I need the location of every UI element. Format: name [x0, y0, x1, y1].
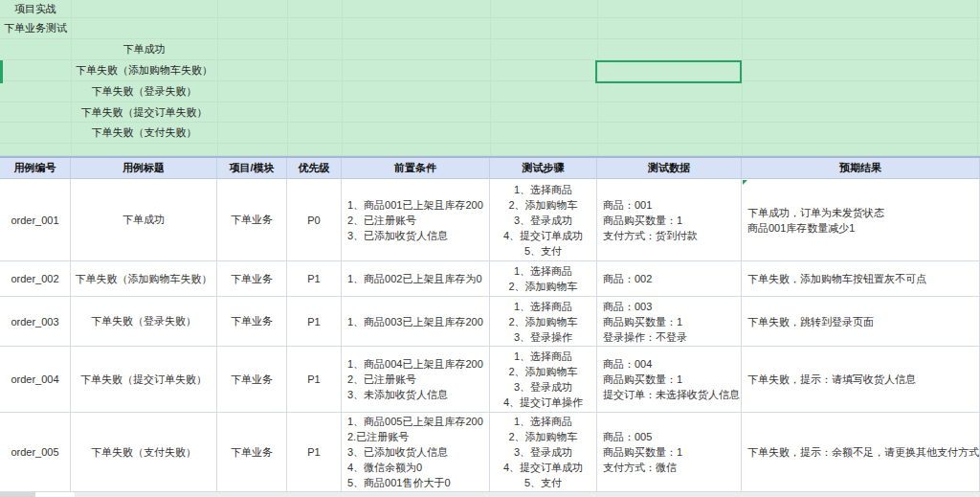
- gridline: [342, 0, 343, 156]
- header-case-id[interactable]: 用例编号: [0, 158, 71, 179]
- selected-row-indicator: [0, 60, 3, 83]
- cell-preconditions[interactable]: 1、商品005已上架且库存200 2.已注册账号 3、已添加收货人信息 4、微信…: [342, 413, 490, 492]
- cell-case-id[interactable]: order_002: [0, 261, 71, 297]
- header-module[interactable]: 项目/模块: [217, 158, 287, 179]
- gridline: [742, 0, 743, 156]
- table-row: order_004 下单失败（提交订单失败） 下单业务 P1 1、商品004已上…: [0, 347, 980, 413]
- gridline: [217, 0, 218, 156]
- gridline: [977, 0, 978, 156]
- outline-label: 下单失败（添加购物车失败）: [71, 63, 217, 78]
- cell-priority[interactable]: P1: [287, 261, 342, 297]
- cell-expected[interactable]: 下单失败，跳转到登录页面: [742, 297, 980, 347]
- testcase-table: 用例编号 用例标题 项目/模块 优先级 前置条件 测试步骤 测试数据 预期结果 …: [0, 156, 980, 492]
- cell-test-data[interactable]: 商品：005 商品购买数量：1 支付方式：微信: [597, 413, 742, 492]
- cell-module[interactable]: 下单业务: [217, 347, 287, 413]
- gridline: [490, 0, 491, 156]
- cell-case-title[interactable]: 下单失败（提交订单失败）: [71, 347, 217, 413]
- outline-label: 下单失败（支付失败）: [71, 125, 217, 140]
- gridline: [71, 0, 72, 156]
- outline-label: 下单失败（登录失败）: [71, 84, 217, 99]
- scrollbar-track-segment[interactable]: [0, 492, 35, 497]
- table-row: order_003 下单失败（登录失败） 下单业务 P1 1、商品003已上架且…: [0, 297, 980, 347]
- cell-preconditions[interactable]: 1、商品003已上架且库存200: [342, 297, 490, 347]
- cell-case-title[interactable]: 下单成功: [71, 179, 217, 261]
- outline-label: 下单业务测试: [0, 21, 71, 35]
- scrollbar-thumb[interactable]: [35, 492, 75, 497]
- header-steps[interactable]: 测试步骤: [490, 158, 597, 179]
- horizontal-scrollbar[interactable]: [0, 492, 980, 497]
- table-row: order_001 下单成功 下单业务 P0 1、商品001已上架且库存200 …: [0, 179, 980, 261]
- cell-priority[interactable]: P1: [287, 413, 342, 492]
- cell-module[interactable]: 下单业务: [217, 261, 287, 297]
- cell-steps[interactable]: 1、选择商品 2、添加购物车 3、登录成功 4、提交订单成功 5、支付: [490, 413, 597, 492]
- cell-priority[interactable]: P0: [287, 179, 342, 261]
- spreadsheet-canvas: 项目实战 下单业务测试 下单成功 下单失败（添加购物车失败） 下单失败（登录失败…: [0, 0, 980, 497]
- selected-cell-outline[interactable]: [595, 60, 742, 83]
- outline-label: 下单成功: [71, 42, 217, 56]
- cell-module[interactable]: 下单业务: [217, 413, 287, 492]
- cell-case-id[interactable]: order_004: [0, 347, 71, 413]
- header-test-data[interactable]: 测试数据: [597, 158, 742, 179]
- cell-steps[interactable]: 1、选择商品 2、添加购物车 3、登录成功 4、提交订单操作: [490, 347, 597, 413]
- table-row: order_002 下单失败（添加购物车失败） 下单业务 P1 1、商品002已…: [0, 261, 980, 297]
- gridline: [287, 0, 288, 156]
- cell-expected[interactable]: 下单成功，订单为未发货状态 商品001库存数量减少1: [742, 179, 980, 261]
- cell-steps[interactable]: 1、选择商品 2、添加购物车 3、登录成功 4、提交订单成功 5、支付: [490, 179, 597, 261]
- cell-test-data[interactable]: 商品：001 商品购买数量：1 支付方式：货到付款: [597, 179, 742, 261]
- table-row: order_005 下单失败（支付失败） 下单业务 P1 1、商品005已上架且…: [0, 413, 980, 492]
- cell-expected[interactable]: 下单失败，提示：请填写收货人信息: [742, 347, 980, 413]
- cell-test-data[interactable]: 商品：003 商品购买数量：1 登录操作：不登录: [597, 297, 742, 347]
- cell-preconditions[interactable]: 1、商品004已上架且库存200 2、已注册账号 3、未添加收货人信息: [342, 347, 490, 413]
- table-header-row: 用例编号 用例标题 项目/模块 优先级 前置条件 测试步骤 测试数据 预期结果: [0, 156, 980, 179]
- header-expected[interactable]: 预期结果: [742, 158, 980, 179]
- cell-case-id[interactable]: order_005: [0, 413, 71, 492]
- cell-expected[interactable]: 下单失败，添加购物车按钮置灰不可点: [742, 261, 980, 297]
- cell-expected[interactable]: 下单失败，提示：余额不足，请更换其他支付方式: [742, 413, 980, 492]
- cell-case-title[interactable]: 下单失败（支付失败）: [71, 413, 217, 492]
- cell-test-data[interactable]: 商品：004 商品购买数量：1 提交订单：未选择收货人信息: [597, 347, 742, 413]
- cell-case-id[interactable]: order_001: [0, 179, 71, 261]
- cell-case-title[interactable]: 下单失败（登录失败）: [71, 297, 217, 347]
- header-priority[interactable]: 优先级: [287, 158, 342, 179]
- header-case-title[interactable]: 用例标题: [71, 158, 217, 179]
- outline-section: 项目实战 下单业务测试 下单成功 下单失败（添加购物车失败） 下单失败（登录失败…: [0, 0, 980, 156]
- cell-preconditions[interactable]: 1、商品001已上架且库存200 2、已注册账号 3、已添加收货人信息: [342, 179, 490, 261]
- cell-case-id[interactable]: order_003: [0, 297, 71, 347]
- outline-label: 下单失败（提交订单失败）: [71, 105, 217, 120]
- cell-priority[interactable]: P1: [287, 347, 342, 413]
- cell-priority[interactable]: P1: [287, 297, 342, 347]
- cell-corner-marker: [743, 180, 747, 185]
- cell-module[interactable]: 下单业务: [217, 179, 287, 261]
- cell-test-data[interactable]: 商品：002: [597, 261, 742, 297]
- outline-label: 项目实战: [0, 2, 71, 16]
- cell-preconditions[interactable]: 1、商品002已上架且库存为0: [342, 261, 490, 297]
- header-preconditions[interactable]: 前置条件: [342, 158, 490, 179]
- cell-steps[interactable]: 1、选择商品 2、添加购物车: [490, 261, 597, 297]
- cell-module[interactable]: 下单业务: [217, 297, 287, 347]
- cell-steps[interactable]: 1、选择商品 2、添加购物车 3、登录操作: [490, 297, 597, 347]
- cell-case-title[interactable]: 下单失败（添加购物车失败）: [71, 261, 217, 297]
